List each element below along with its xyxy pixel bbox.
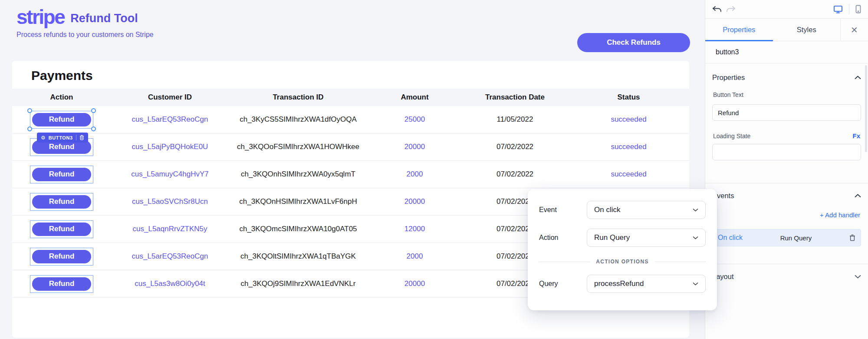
table-row: Refund cus_L5amuyC4hgHvY7 ch_3KQOnhSIMIh… xyxy=(12,161,689,188)
action-label: Action xyxy=(539,234,587,242)
resize-handle[interactable] xyxy=(27,108,32,113)
query-select-value: processRefund xyxy=(594,279,644,288)
table-header-row: Action Customer ID Transaction ID Amount… xyxy=(12,89,689,106)
loading-state-label: Loading State xyxy=(713,133,750,140)
fx-toggle[interactable]: Fx xyxy=(852,132,860,140)
cell-transaction-id: ch_3KQOmcSIMIhrzXWA10g0AT05 xyxy=(229,225,368,233)
cell-transaction-id: ch_3KQOoFSIMIhrzXWA1HOWHkee xyxy=(229,143,368,151)
chevron-down-icon xyxy=(693,282,698,286)
event-handler-row[interactable]: On click Run Query xyxy=(712,229,861,246)
panel-scrollbar[interactable] xyxy=(865,65,867,152)
refund-button[interactable]: Refund xyxy=(32,223,91,236)
column-header-amount: Amount xyxy=(368,93,462,102)
query-label: Query xyxy=(539,280,587,288)
chevron-up-icon xyxy=(855,194,861,198)
cell-transaction-id: ch_3KQOnhSIMIhrzXWA0yx5qlmT xyxy=(229,170,368,179)
section-header-layout[interactable]: Layout xyxy=(712,266,861,287)
cell-amount: 2000 xyxy=(368,170,462,179)
page-title: Refund Tool xyxy=(70,12,138,25)
event-select-value: On click xyxy=(594,206,620,214)
table-title: Payments xyxy=(12,61,689,89)
cell-transaction-id: ch_3KQOnHSIMIhrzXWA1LvF6npH xyxy=(229,197,368,206)
action-select-value: Run Query xyxy=(594,233,630,242)
cell-customer-id: cus_L5amuyC4hgHvY7 xyxy=(111,170,229,179)
section-title: Properties xyxy=(712,73,745,82)
cell-amount: 12000 xyxy=(368,225,462,233)
redo-icon[interactable] xyxy=(726,6,736,13)
selected-widget-name: button3 xyxy=(705,41,868,63)
tag-divider xyxy=(76,135,76,140)
button-widget-selected: Refund xyxy=(32,113,91,126)
section-header-events[interactable]: Events xyxy=(712,185,861,206)
cell-transaction-date: 07/02/2022 xyxy=(462,170,568,179)
refund-button[interactable]: Refund xyxy=(32,168,91,181)
tab-styles[interactable]: Styles xyxy=(773,19,841,41)
refund-button[interactable]: Refund xyxy=(32,277,91,291)
cell-customer-id: cus_L5as3w8Oi0y04t xyxy=(111,279,229,288)
resize-handle[interactable] xyxy=(27,126,32,131)
app-header: stripe Refund Tool Process refunds to yo… xyxy=(16,7,154,39)
button-widget: Refund xyxy=(32,277,91,291)
chevron-down-icon xyxy=(693,236,698,239)
cell-status: succeeded xyxy=(568,143,689,151)
column-header-customer-id: Customer ID xyxy=(111,93,229,102)
action-options-label: ACTION OPTIONS xyxy=(596,259,649,265)
cell-customer-id: cus_L5aqnRrvZTKN5y xyxy=(111,225,229,233)
column-header-transaction-date: Transaction Date xyxy=(462,93,568,102)
cell-transaction-date: 07/02/2022 xyxy=(462,143,568,151)
cell-transaction-id: ch_3KQOj9SIMIhrzXWA1EdVNKLr xyxy=(229,279,368,288)
event-select[interactable]: On click xyxy=(587,201,706,219)
refund-button[interactable]: Refund xyxy=(32,195,91,209)
close-icon[interactable]: ✕ xyxy=(840,19,868,41)
check-refunds-button[interactable]: Check Refunds xyxy=(577,33,690,52)
add-handler-link[interactable]: + Add handler xyxy=(713,211,860,219)
action-select[interactable]: Run Query xyxy=(587,229,706,247)
handler-action-label: Run Query xyxy=(743,234,849,242)
properties-panel: Properties Styles ✕ button3 Properties B… xyxy=(705,0,868,339)
resize-handle[interactable] xyxy=(91,126,96,131)
refund-button[interactable]: Refund xyxy=(32,250,91,263)
section-header-properties[interactable]: Properties xyxy=(712,67,861,88)
table-row: Refund cus_L5ajPyBQHokE0U ch_3KQOoFSIMIh… xyxy=(12,133,689,161)
loading-state-input[interactable] xyxy=(712,144,861,160)
event-label: Event xyxy=(539,206,587,214)
handler-event-label[interactable]: On click xyxy=(718,234,743,242)
button-widget: Refund xyxy=(32,195,91,209)
cell-amount: 25000 xyxy=(368,115,462,124)
cell-amount: 20000 xyxy=(368,279,462,288)
column-header-action: Action xyxy=(12,93,111,102)
tab-properties[interactable]: Properties xyxy=(705,19,773,41)
column-header-status: Status xyxy=(568,93,689,102)
chevron-down-icon xyxy=(855,275,861,279)
cell-customer-id: cus_L5arEQ53ReoCgn xyxy=(111,252,229,261)
resize-handle[interactable] xyxy=(91,108,96,113)
page-subtitle: Process refunds to your customers on Str… xyxy=(16,31,154,39)
cell-status: succeeded xyxy=(568,170,689,179)
widget-tag-label: BUTTON3 xyxy=(49,135,73,140)
delete-widget-icon[interactable] xyxy=(79,135,84,140)
section-divider xyxy=(705,183,868,183)
query-select[interactable]: processRefund xyxy=(587,275,706,293)
cell-customer-id: cus_L5aoSVChSr8Ucn xyxy=(111,197,229,206)
section-divider xyxy=(705,264,868,264)
refund-button[interactable]: Refund xyxy=(32,113,91,126)
panel-tabs: Properties Styles ✕ xyxy=(705,19,868,41)
column-header-transaction-id: Transaction ID xyxy=(229,93,368,102)
panel-toolbar xyxy=(705,0,868,19)
delete-handler-icon[interactable] xyxy=(849,234,855,241)
panel-body: Properties Button Text Loading State Fx … xyxy=(705,67,868,287)
gear-icon[interactable]: ⚙ xyxy=(41,135,46,140)
mobile-view-icon[interactable] xyxy=(855,5,861,13)
table-row: Refund cus_L5arEQ53ReoCgn ch_3KyCS5SIMIh… xyxy=(12,106,689,133)
chevron-up-icon xyxy=(855,76,861,80)
undo-icon[interactable] xyxy=(712,6,722,13)
button-widget: Refund xyxy=(32,223,91,236)
desktop-view-icon[interactable] xyxy=(833,5,843,13)
button-text-input[interactable] xyxy=(712,104,861,121)
stripe-logo: stripe xyxy=(16,7,64,27)
cell-amount: 2000 xyxy=(368,252,462,261)
cell-customer-id: cus_L5arEQ53ReoCgn xyxy=(111,115,229,124)
widget-name-tag[interactable]: ⚙ BUTTON3 xyxy=(37,133,88,143)
action-options-separator: ACTION OPTIONS xyxy=(539,259,706,265)
cell-status: succeeded xyxy=(568,115,689,124)
